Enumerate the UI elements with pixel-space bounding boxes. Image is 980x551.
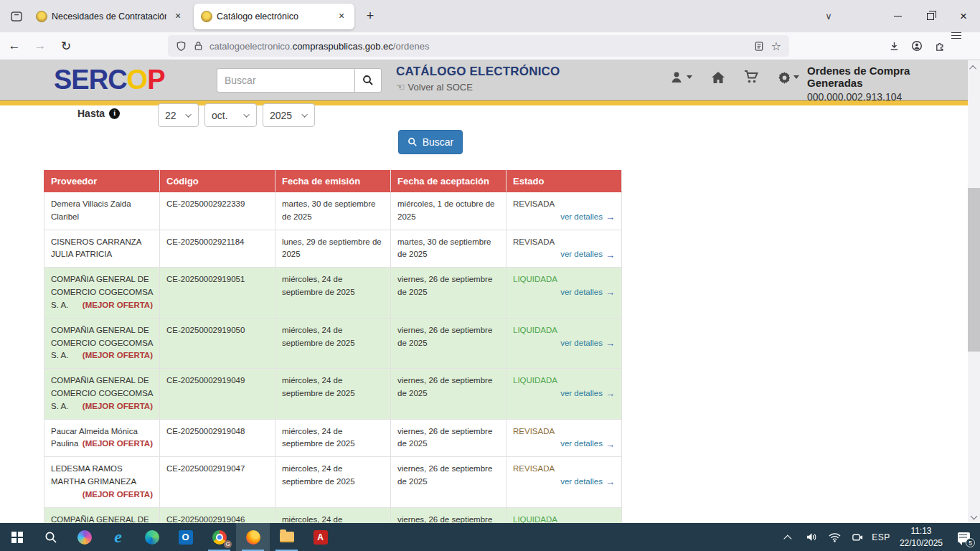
provider-cell: CISNEROS CARRANZA JULIA PATRICIA (44, 230, 160, 268)
header-search-input[interactable] (217, 68, 354, 93)
menu-hamburger-icon[interactable] (951, 35, 974, 57)
list-all-tabs-icon[interactable]: ∨ (816, 0, 841, 32)
account-icon[interactable] (905, 35, 928, 57)
downloads-icon[interactable] (882, 35, 905, 57)
tab-close-icon[interactable]: × (171, 9, 185, 24)
info-icon[interactable]: i (109, 108, 120, 119)
url-domain: compraspublicas.gob.ec (293, 41, 393, 52)
code-cell: CE-20250002921184 (160, 230, 275, 268)
url-text: catalogoelectronico.compraspublicas.gob.… (209, 41, 750, 52)
lock-icon[interactable] (194, 41, 203, 51)
provider-name: LEDESMA RAMOS MARTHA GRIMANEZA (51, 464, 136, 486)
best-offer-label: (MEJOR OFERTA) (83, 438, 153, 451)
ver-detalles-label: ver detalles (560, 211, 603, 224)
volver-soce-link[interactable]: ☜ Volver al SOCE (396, 81, 560, 93)
file-explorer-icon[interactable] (270, 523, 303, 551)
page-scrollbar[interactable] (968, 60, 980, 523)
issued-date-cell: lunes, 29 de septiembre de 2025 (275, 230, 391, 268)
hidden-icons-chevron[interactable] (779, 523, 799, 551)
restore-button[interactable] (914, 0, 947, 32)
accepted-date-cell: viernes, 26 de septiembre de 2025 (391, 318, 507, 368)
address-bar[interactable]: catalogoelectronico.compraspublicas.gob.… (168, 35, 789, 57)
ver-detalles-link[interactable]: ver detalles → (560, 387, 615, 400)
accepted-date-cell: viernes, 26 de septiembre de 2025 (391, 419, 507, 457)
tab-close-icon[interactable]: × (334, 9, 349, 24)
chevron-down-icon (243, 111, 249, 117)
new-tab-button[interactable]: + (360, 6, 380, 27)
notification-center-icon[interactable]: 5 (951, 523, 976, 551)
chevron-down-icon (793, 75, 799, 79)
wifi-icon[interactable] (825, 523, 845, 551)
volume-icon[interactable] (802, 523, 822, 551)
col-fecha-emision: Fecha de emisión (275, 171, 391, 192)
settings-gear-icon[interactable] (778, 70, 799, 84)
status-cell: REVISADA ver detalles → (507, 192, 622, 230)
reader-mode-icon[interactable] (754, 41, 764, 52)
year-value: 2025 (270, 110, 292, 121)
header-search-button[interactable] (354, 68, 382, 93)
page-content: SERCOP CATÁLOGO ELECTRÓNICO ☜ Volver al … (0, 60, 968, 523)
firefox-icon[interactable] (236, 523, 270, 551)
edge-icon[interactable] (135, 523, 169, 551)
scrollbar-thumb[interactable] (968, 188, 980, 352)
scroll-up-icon[interactable] (968, 62, 980, 73)
orders-counter-label: Ordenes de Compra Generadas (807, 65, 968, 89)
reload-button[interactable]: ↻ (55, 35, 77, 57)
table-row: COMPAÑIA GENERAL DE COMERCIO COGECOMSA S… (44, 268, 622, 318)
month-select[interactable]: oct. (204, 103, 257, 127)
taskbar-search-icon[interactable] (34, 523, 67, 551)
site-title-block: CATÁLOGO ELECTRÓNICO ☜ Volver al SOCE (396, 65, 560, 93)
tab-necesidades[interactable]: Necesidades de Contratación y × (29, 4, 191, 29)
bookmark-star-icon[interactable]: ☆ (771, 39, 781, 53)
home-icon[interactable] (711, 71, 725, 84)
meet-now-icon[interactable] (848, 523, 868, 551)
day-select[interactable]: 22 (158, 103, 199, 127)
chevron-down-icon (301, 111, 307, 117)
tracking-shield-icon[interactable] (176, 41, 187, 52)
internet-explorer-icon[interactable]: e (101, 523, 135, 551)
issued-date-cell: miércoles, 24 de septiembre de 2025 (275, 318, 391, 368)
header-icon-menu (671, 70, 799, 84)
issued-date-cell: miércoles, 24 de septiembre de 2025 (275, 457, 391, 507)
ver-detalles-link[interactable]: ver detalles → (560, 476, 615, 489)
outlook-icon[interactable]: O (169, 523, 202, 551)
forward-button[interactable]: → (29, 35, 52, 57)
sercop-logo[interactable]: SERCOP (54, 65, 165, 95)
user-menu-icon[interactable] (671, 71, 692, 83)
back-button[interactable]: ← (3, 35, 26, 57)
copilot-icon[interactable] (67, 523, 101, 551)
status-text: LIQUIDADA (513, 273, 615, 286)
arrow-right-icon: → (606, 212, 615, 222)
provider-cell: Paucar Almeida Mónica Paulina (MEJOR OFE… (44, 419, 160, 457)
logo-text: SER (54, 65, 108, 95)
ver-detalles-link[interactable]: ver detalles → (560, 337, 615, 350)
extensions-puzzle-icon[interactable] (928, 35, 951, 57)
year-select[interactable]: 2025 (263, 103, 315, 127)
ver-detalles-link[interactable]: ver detalles → (560, 286, 615, 299)
ver-detalles-link[interactable]: ver detalles → (560, 438, 615, 451)
ver-detalles-link[interactable]: ver detalles → (560, 248, 615, 261)
chrome-icon[interactable]: G (202, 523, 236, 551)
firefox-view-icon[interactable] (6, 6, 27, 27)
chevron-down-icon (185, 111, 191, 117)
taskbar-clock[interactable]: 11:13 22/10/2025 (894, 525, 948, 548)
table-header-row: Proveedor Código Fecha de emisión Fecha … (44, 171, 622, 192)
acrobat-icon[interactable]: A (303, 523, 337, 551)
best-offer-label: (MEJOR OFERTA) (83, 400, 153, 413)
language-indicator[interactable]: ESP (871, 523, 891, 551)
buscar-button[interactable]: Buscar (398, 130, 463, 154)
best-offer-label: (MEJOR OFERTA) (83, 299, 153, 312)
cart-icon[interactable] (744, 70, 759, 84)
tab-catalogo[interactable]: Catálogo electrónico × (194, 4, 354, 29)
provider-cell: COMPAÑIA GENERAL DE COMERCIO COGECOMSA S… (44, 268, 160, 318)
orders-counter: Ordenes de Compra Generadas 000.000.002.… (807, 65, 968, 103)
minimize-button[interactable] (881, 0, 914, 32)
code-cell: CE-20250002922339 (160, 192, 275, 230)
issued-date-cell: miércoles, 24 de septiembre de 2025 (275, 369, 391, 419)
start-button[interactable] (0, 523, 34, 551)
ver-detalles-link[interactable]: ver detalles → (560, 211, 615, 224)
scroll-down-icon[interactable] (968, 510, 980, 522)
provider-name: CISNEROS CARRANZA JULIA PATRICIA (51, 237, 141, 259)
close-window-button[interactable]: × (947, 0, 980, 32)
accepted-date-cell: viernes, 26 de septiembre de 2025 (391, 369, 507, 419)
